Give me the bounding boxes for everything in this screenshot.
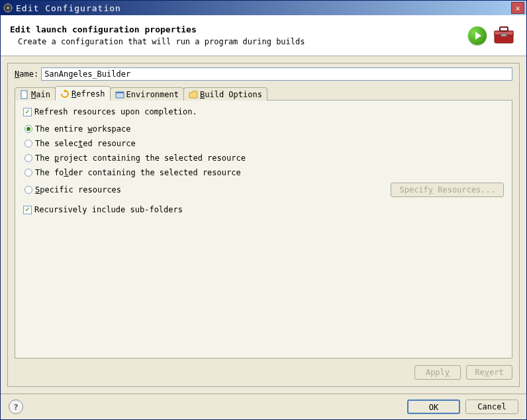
radio-input-project[interactable] xyxy=(24,154,32,162)
radio-input-selected[interactable] xyxy=(24,140,32,147)
svg-rect-5 xyxy=(501,34,506,36)
radio-specific-resources[interactable]: Specific resources xyxy=(24,185,121,194)
tab-build-options[interactable]: Build Options xyxy=(183,87,267,101)
radio-input-workspace[interactable] xyxy=(24,125,32,133)
recursive-subfolders-row[interactable]: Recursively include sub-folders xyxy=(23,205,504,214)
tab-main[interactable]: Main xyxy=(15,87,56,101)
specify-resources-button: Specify Resources... xyxy=(391,183,504,197)
radio-selected-resource[interactable]: The selected resource xyxy=(24,139,504,148)
tab-refresh-label: Refresh xyxy=(72,89,105,99)
svg-point-1 xyxy=(7,7,10,10)
radio-folder-label: The folder containing the selected resou… xyxy=(35,168,241,177)
tab-refresh[interactable]: Refresh xyxy=(55,86,111,101)
radio-specific-label: Specific resources xyxy=(35,185,121,194)
checkbox-recursive[interactable] xyxy=(23,206,32,214)
tab-main-label: Main xyxy=(31,90,50,99)
name-input[interactable] xyxy=(41,67,512,81)
radio-project-containing[interactable]: The project containing the selected reso… xyxy=(24,153,504,163)
close-button[interactable]: ✕ xyxy=(511,2,524,14)
cancel-button[interactable]: Cancel xyxy=(465,399,518,414)
radio-workspace-label: The entire workspace xyxy=(35,124,131,134)
toolbox-icon xyxy=(491,22,517,49)
radio-selected-label: The selected resource xyxy=(35,139,136,148)
checkbox-refresh-on-completion[interactable] xyxy=(23,108,32,116)
refresh-icon xyxy=(60,89,70,99)
tab-bar: Main Refresh Environment Build Options xyxy=(15,86,512,101)
refresh-on-completion-label: Refresh resources upon completion. xyxy=(34,107,197,116)
radio-project-label: The project containing the selected reso… xyxy=(35,153,246,163)
dialog-footer: ? OK Cancel xyxy=(1,394,526,419)
refresh-on-completion-row[interactable]: Refresh resources upon completion. xyxy=(23,107,504,116)
titlebar: Edit Configuration ✕ xyxy=(1,1,526,15)
dialog-window: Edit Configuration ✕ Edit launch configu… xyxy=(0,0,527,420)
name-label: Name: xyxy=(15,69,38,79)
apply-button: Apply xyxy=(414,365,461,380)
header-description: Create a configuration that will run a p… xyxy=(18,37,468,46)
tab-build-options-label: Build Options xyxy=(200,90,262,99)
help-button[interactable]: ? xyxy=(9,399,23,414)
svg-rect-4 xyxy=(500,27,508,31)
ok-button[interactable]: OK xyxy=(407,399,460,414)
dialog-header: Edit launch configuration properties Cre… xyxy=(1,15,526,56)
tab-environment-label: Environment xyxy=(126,90,179,99)
run-icon xyxy=(468,26,487,45)
svg-rect-8 xyxy=(116,92,124,93)
window-title: Edit Configuration xyxy=(16,3,511,13)
file-icon xyxy=(20,90,29,99)
folder-icon xyxy=(189,90,198,99)
radio-entire-workspace[interactable]: The entire workspace xyxy=(24,124,504,134)
header-title: Edit launch configuration properties xyxy=(10,24,468,34)
radio-input-folder[interactable] xyxy=(24,169,32,177)
config-panel: Name: Main Refresh Environment xyxy=(7,63,520,387)
tab-content-refresh: Refresh resources upon completion. The e… xyxy=(15,100,512,358)
tab-environment[interactable]: Environment xyxy=(110,87,184,101)
radio-input-specific[interactable] xyxy=(24,186,32,194)
app-icon xyxy=(3,3,13,13)
radio-folder-containing[interactable]: The folder containing the selected resou… xyxy=(24,168,504,177)
recursive-label: Recursively include sub-folders xyxy=(34,205,183,214)
revert-button: Revert xyxy=(466,365,512,380)
environment-icon xyxy=(115,90,124,99)
